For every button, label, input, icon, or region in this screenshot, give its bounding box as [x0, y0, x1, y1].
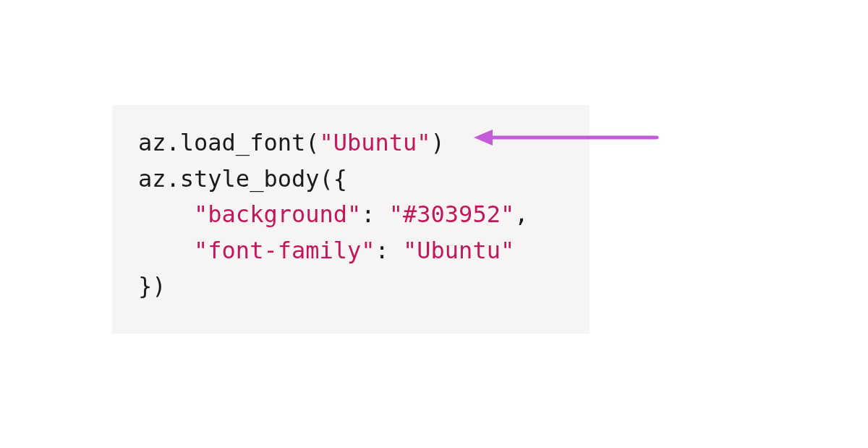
code-string: "Ubuntu" [319, 129, 430, 156]
code-line-3: az.style_body({ [138, 161, 563, 198]
code-token: az.style_body({ [138, 165, 347, 193]
code-token: ) [431, 129, 445, 156]
code-indent [138, 200, 194, 228]
code-line-4: "background": "#303952", [138, 197, 563, 233]
code-token: : [375, 237, 404, 264]
code-string: "font-family" [194, 237, 375, 264]
code-line-5: "font-family": "Ubuntu" [138, 233, 563, 269]
code-string: "background" [194, 200, 361, 228]
code-indent [138, 237, 194, 264]
code-string: "#303952" [389, 200, 514, 228]
svg-marker-1 [474, 130, 493, 145]
arrow-icon [472, 127, 660, 148]
arrow-annotation [472, 127, 660, 148]
code-token: , [514, 200, 528, 228]
code-line-6: }) [138, 269, 563, 305]
code-string: "Ubuntu" [403, 237, 514, 264]
code-token: : [361, 200, 389, 228]
code-token: az.load_font( [138, 129, 319, 156]
code-token: }) [138, 272, 166, 300]
